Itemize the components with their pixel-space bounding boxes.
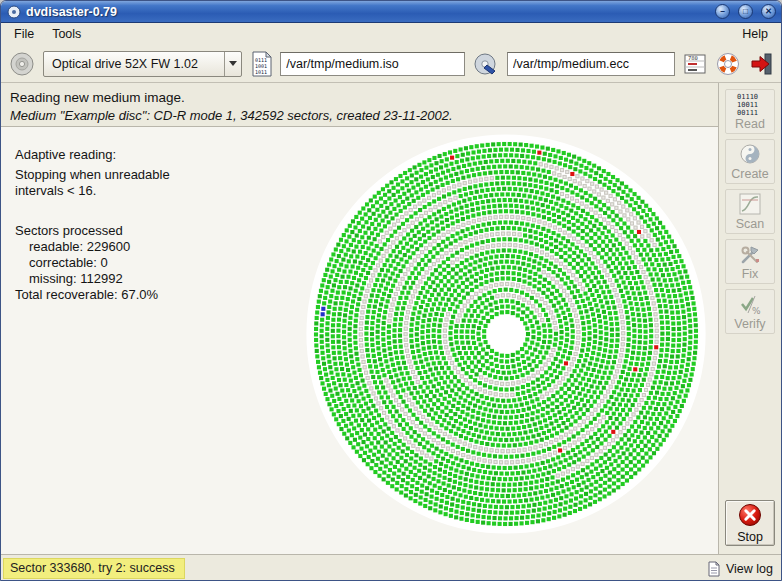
missing-label: missing:: [29, 271, 77, 286]
maximize-button[interactable]: □: [738, 4, 753, 19]
menubar: File Tools Help: [1, 23, 781, 45]
svg-text:%: %: [752, 306, 761, 315]
image-file-icon: 0111 1001 1011: [250, 51, 272, 77]
read-button-label: Read: [735, 117, 765, 131]
missing-value: 112992: [80, 271, 122, 286]
create-icon: [739, 142, 761, 166]
scan-button[interactable]: Scan: [725, 189, 775, 234]
ecc-file-icon: [473, 51, 499, 77]
status-heading: Reading new medium image. Medium "Exampl…: [1, 83, 718, 127]
svg-text:10011: 10011: [737, 101, 758, 109]
drive-select-value: Optical drive 52X FW 1.02: [44, 52, 224, 76]
menu-tools[interactable]: Tools: [43, 25, 90, 43]
status-heading-line1: Reading new medium image.: [10, 90, 708, 105]
minimize-button[interactable]: –: [715, 4, 730, 19]
sidebar: 01110 10011 00111 Read Create: [718, 83, 781, 554]
svg-text:1011: 1011: [255, 69, 267, 75]
window-title: dvdisaster-0.79: [26, 5, 707, 19]
svg-text:780: 780: [688, 55, 698, 61]
read-binary-icon: 01110 10011 00111: [735, 92, 765, 116]
stopping-condition-line1: Stopping when unreadable: [15, 167, 170, 183]
preferences-button[interactable]: 780: [683, 52, 707, 76]
fix-button-label: Fix: [742, 267, 759, 281]
stop-button[interactable]: Stop: [725, 500, 775, 546]
correctable-label: correctable:: [29, 255, 97, 270]
svg-text:00111: 00111: [737, 109, 758, 116]
svg-text:01110: 01110: [737, 93, 758, 101]
quit-button[interactable]: [749, 52, 773, 76]
readable-row: readable: 229600: [15, 239, 170, 255]
iso-path-input[interactable]: [280, 52, 465, 76]
drive-icon: [9, 51, 35, 77]
verify-button[interactable]: % Verify: [725, 289, 775, 334]
app-icon: [7, 5, 21, 19]
verify-button-label: Verify: [734, 317, 765, 331]
menu-help[interactable]: Help: [733, 25, 777, 43]
left-column: Reading new medium image. Medium "Exampl…: [1, 83, 718, 554]
scan-button-label: Scan: [736, 217, 765, 231]
total-recoverable-label: Total recoverable:: [15, 287, 118, 302]
close-button[interactable]: ✕: [761, 4, 776, 19]
drive-select[interactable]: Optical drive 52X FW 1.02: [43, 51, 242, 77]
verify-icon: %: [739, 292, 761, 316]
stop-button-label: Stop: [737, 530, 763, 544]
reading-info-panel: Adaptive reading: Stopping when unreadab…: [15, 147, 170, 303]
missing-row: missing: 112992: [15, 271, 170, 287]
help-button[interactable]: [716, 52, 740, 76]
correctable-row: correctable: 0: [15, 255, 170, 271]
readable-label: readable:: [29, 239, 83, 254]
stopping-condition-line2: intervals < 16.: [15, 183, 170, 199]
fix-button[interactable]: Fix: [725, 239, 775, 284]
total-recoverable-row: Total recoverable: 67.0%: [15, 287, 170, 303]
titlebar[interactable]: dvdisaster-0.79 – □ ✕: [1, 1, 781, 23]
chevron-down-icon: [229, 61, 237, 66]
create-button-label: Create: [731, 167, 769, 181]
sectors-processed-title: Sectors processed: [15, 223, 170, 239]
toolbar: Optical drive 52X FW 1.02 0111 1001 1011: [1, 45, 781, 83]
ecc-path-input[interactable]: [507, 52, 675, 76]
drive-select-arrow-button[interactable]: [224, 52, 241, 76]
main-content: Adaptive reading: Stopping when unreadab…: [1, 127, 718, 554]
log-file-icon: [706, 561, 722, 577]
body-row: Reading new medium image. Medium "Exampl…: [1, 83, 781, 554]
stop-icon: [738, 503, 762, 530]
readable-value: 229600: [87, 239, 130, 254]
app-window: dvdisaster-0.79 – □ ✕ File Tools Help Op…: [0, 0, 782, 581]
fix-icon: [739, 242, 761, 266]
total-recoverable-value: 67.0%: [121, 287, 158, 302]
view-log-button[interactable]: View log: [706, 561, 773, 577]
read-button[interactable]: 01110 10011 00111 Read: [725, 89, 775, 134]
create-button[interactable]: Create: [725, 139, 775, 184]
view-log-label: View log: [726, 562, 773, 576]
adaptive-reading-title: Adaptive reading:: [15, 147, 170, 163]
disc-visualization: [304, 132, 708, 536]
toolbar-right-group: 780: [683, 52, 773, 76]
status-message: Sector 333680, try 2: success: [3, 558, 185, 579]
menu-file[interactable]: File: [5, 25, 43, 43]
statusbar: Sector 333680, try 2: success View log: [1, 554, 781, 581]
scan-icon: [739, 192, 761, 216]
status-heading-line2: Medium "Example disc": CD-R mode 1, 3425…: [10, 108, 708, 123]
correctable-value: 0: [101, 255, 108, 270]
